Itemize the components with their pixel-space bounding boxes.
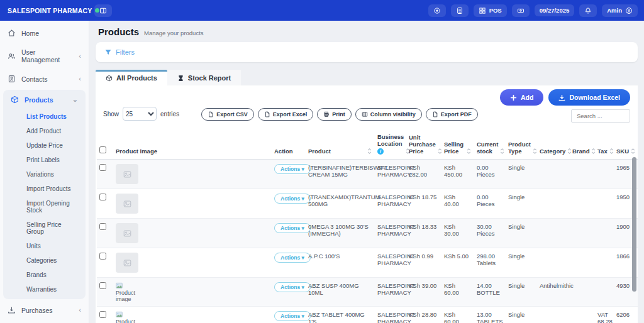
export-csv-button[interactable]: Export CSV (201, 108, 254, 121)
row-actions-button[interactable]: Actions ▾ (274, 253, 311, 263)
column-visibility-button[interactable]: Column visibility (355, 108, 422, 121)
column-header-product-type[interactable]: Product Type (506, 131, 537, 160)
select-all-checkbox[interactable] (99, 146, 106, 153)
page-size-select[interactable]: 25 (123, 107, 157, 121)
row-actions-button[interactable]: Actions ▾ (274, 282, 311, 292)
sort-icon[interactable] (499, 148, 505, 155)
sidebar-item-label: Contacts (21, 75, 47, 83)
cell-current-stock: 298.00 Tablets (474, 248, 506, 278)
sidebar-item-contacts[interactable]: Contacts‹ (0, 69, 89, 89)
sidebar-item-products[interactable]: Products⌄ (3, 90, 86, 109)
column-header-product[interactable]: Product (306, 131, 375, 160)
sidebar-item-home[interactable]: Home (0, 23, 89, 43)
sort-icon[interactable] (532, 148, 538, 155)
sort-icon[interactable] (609, 148, 614, 155)
row-checkbox[interactable] (99, 311, 106, 318)
chevron-left-icon: ‹ (79, 307, 81, 314)
cell-unit-purchase-price: KSh 0.99 (406, 248, 441, 278)
sort-icon[interactable] (630, 148, 636, 155)
row-checkbox[interactable] (99, 253, 106, 260)
cell-product-type: Single (506, 248, 537, 278)
export-excel-button[interactable]: Export Excel (258, 108, 314, 121)
sidebar-subitem-variations[interactable]: Variations (3, 167, 86, 182)
target-icon (433, 7, 441, 14)
sort-icon[interactable] (466, 148, 472, 155)
sidebar-subitem-print-labels[interactable]: Print Labels (3, 153, 86, 167)
row-checkbox[interactable] (99, 223, 106, 230)
download-icon (558, 94, 565, 101)
column-header-brand[interactable]: Brand (570, 131, 595, 160)
page-header: Products Manage your products (89, 21, 644, 41)
column-header-tax[interactable]: Tax (595, 131, 614, 160)
sidebar-subitem-warranties[interactable]: Warranties (3, 282, 86, 297)
notifications-button[interactable] (579, 4, 597, 17)
sidebar-subitem-update-price[interactable]: Update Price (3, 138, 86, 153)
table-row: ProductimageActions ▾ABZ TABLET 400MG 1'… (97, 307, 638, 323)
download-excel-button[interactable]: Download Excel (548, 89, 630, 106)
row-checkbox[interactable] (99, 194, 106, 200)
sort-icon[interactable] (567, 148, 572, 155)
select-all-header (97, 131, 113, 160)
users-icon (8, 52, 16, 60)
product-image-placeholder (116, 223, 138, 243)
add-button[interactable]: Add (500, 89, 543, 106)
column-header-sku[interactable]: SKU (614, 131, 638, 160)
sort-icon[interactable] (591, 148, 596, 155)
column-header-current-stock[interactable]: Current stock (474, 131, 506, 160)
sidebar-item-user-management[interactable]: User Management‹ (0, 43, 89, 69)
cell-business-location: SALESPOINT PHARMACY (375, 189, 406, 219)
cell-unit-purchase-price: KSh 28.80 (406, 307, 441, 323)
pos-button[interactable]: POS (474, 4, 507, 17)
sidebar-subitem-list-products[interactable]: List Products (3, 109, 86, 124)
cell-unit-purchase-price: KSh 39.00 (406, 278, 441, 307)
sidebar-subitem-categories[interactable]: Categories (3, 253, 86, 268)
cash-register-button[interactable] (512, 4, 530, 17)
user-icon (625, 7, 633, 14)
tab-all-products[interactable]: All Products (96, 70, 167, 85)
cell-product-type: Single (506, 307, 537, 323)
cell-business-location: SALESPOINT PHARMACY (375, 219, 406, 248)
table-scrollbar[interactable] (632, 157, 636, 292)
tab-stock-report[interactable]: Stock Report (167, 70, 241, 85)
show-label: Show (103, 111, 119, 118)
cell-selling-price: KSh 60.00 (441, 278, 474, 307)
info-icon[interactable]: i (377, 148, 384, 155)
product-image-broken: Productimage (116, 282, 269, 302)
print-button[interactable]: Print (317, 108, 352, 121)
sidebar-toggle-button[interactable] (94, 4, 112, 17)
sidebar-subitem-selling-price-group[interactable]: Selling Price Group (3, 217, 86, 239)
search-input[interactable] (571, 109, 630, 123)
cell-unit-purchase-price: KSh 282.00 (406, 160, 441, 189)
column-header-category[interactable]: Category (537, 131, 570, 160)
sidebar-subitem-import-opening-stock[interactable]: Import Opening Stock (3, 196, 86, 217)
row-actions-button[interactable]: Actions ▾ (274, 223, 311, 233)
column-header-business-location[interactable]: Business Location i (375, 131, 406, 160)
row-actions-button[interactable]: Actions ▾ (274, 311, 311, 321)
row-actions-button[interactable]: Actions ▾ (274, 164, 311, 174)
sidebar-subitem-add-product[interactable]: Add Product (3, 124, 86, 138)
cell-category (537, 189, 570, 219)
sidebar-subitem-import-products[interactable]: Import Products (3, 182, 86, 196)
contacts-icon (8, 75, 16, 83)
sidebar-item-purchases[interactable]: Purchases‹ (0, 300, 89, 320)
row-checkbox[interactable] (99, 282, 106, 289)
columns-icon (362, 111, 368, 118)
column-header-selling-price[interactable]: Selling Price (441, 131, 474, 160)
calculator-button[interactable] (451, 4, 469, 17)
export-pdf-button[interactable]: Export PDF (426, 108, 478, 121)
sidebar-subitem-units[interactable]: Units (3, 239, 86, 253)
sidebar-subitem-brands[interactable]: Brands (3, 268, 86, 282)
sidebar-item-sell[interactable]: Sell‹ (0, 320, 89, 323)
topbar: SALESPOINT PHARMACY POS 09/27/2025 Amin (0, 0, 644, 21)
column-header-unit-purchase-price[interactable]: Unit Purchase Price (406, 131, 441, 160)
sort-icon[interactable] (437, 148, 443, 155)
filters-panel[interactable]: Filters (96, 42, 638, 62)
grid-icon (479, 7, 486, 14)
user-menu-button[interactable]: Amin (602, 4, 638, 17)
row-actions-button[interactable]: Actions ▾ (274, 194, 311, 204)
target-button[interactable] (428, 4, 446, 17)
sort-icon[interactable] (367, 148, 372, 155)
cell-brand (570, 307, 595, 323)
date-display[interactable]: 09/27/2025 (535, 4, 575, 16)
row-checkbox[interactable] (99, 164, 106, 171)
